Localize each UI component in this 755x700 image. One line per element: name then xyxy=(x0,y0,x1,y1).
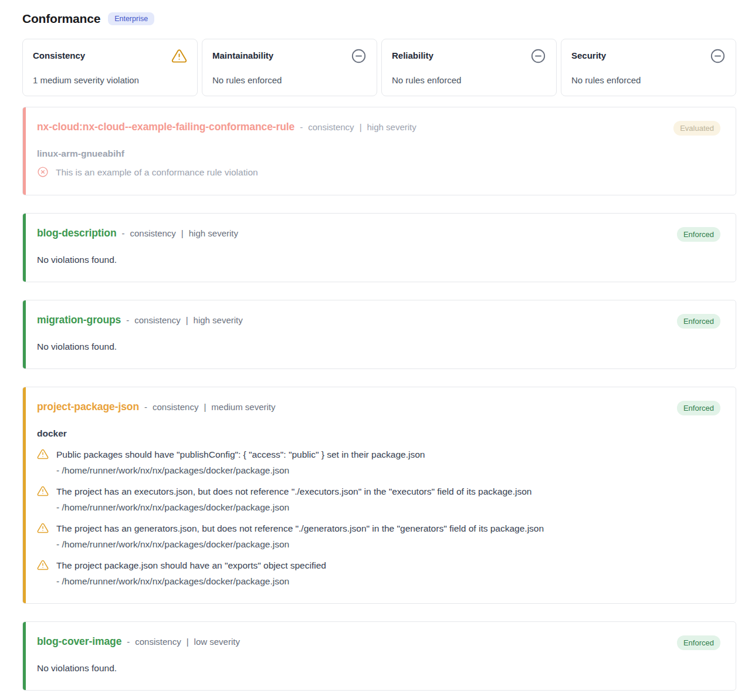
rule-card-blog-cover-image: blog-cover-image - consistency | low sev… xyxy=(22,621,736,691)
meta-dash: - xyxy=(300,122,303,132)
rule-result-text: No violations found. xyxy=(37,341,720,352)
meta-divider: | xyxy=(187,637,189,647)
violation-message-text: The project has an executors.json, but d… xyxy=(56,485,531,498)
rule-name-link[interactable]: project-package-json xyxy=(37,401,139,413)
status-badge: Enforced xyxy=(677,635,720,650)
summary-card-title: Security xyxy=(571,48,606,60)
meta-dash: - xyxy=(144,402,147,412)
meta-divider: | xyxy=(360,122,362,132)
warning-triangle-icon xyxy=(37,522,49,534)
rule-category: consistency xyxy=(308,122,354,132)
conformance-page: Conformance Enterprise Consistency 1 med… xyxy=(0,0,755,700)
summary-card-status: 1 medium severity violation xyxy=(33,75,187,85)
rule-card-project-package-json: project-package-json - consistency | med… xyxy=(22,387,736,604)
page-title: Conformance xyxy=(22,12,100,26)
rule-severity: medium severity xyxy=(211,402,275,412)
summary-card-reliability: Reliability No rules enforced xyxy=(381,39,557,96)
summary-card-title: Consistency xyxy=(33,48,85,60)
summary-card-maintainability: Maintainability No rules enforced xyxy=(202,39,377,96)
page-header: Conformance Enterprise xyxy=(22,12,736,26)
violation-item: The project has an generators.json, but … xyxy=(37,522,720,550)
rule-name-link[interactable]: blog-description xyxy=(37,227,116,239)
rule-result-text: No violations found. xyxy=(37,663,720,674)
rule-category: consistency xyxy=(135,637,181,647)
summary-card-title: Reliability xyxy=(392,48,434,60)
meta-divider: | xyxy=(186,315,188,325)
violation-file-path: - /home/runner/work/nx/nx/packages/docke… xyxy=(56,539,720,550)
status-badge: Enforced xyxy=(677,401,720,415)
violation-file-path: - /home/runner/work/nx/nx/packages/docke… xyxy=(56,465,720,476)
rule-name-link[interactable]: migration-groups xyxy=(37,314,121,326)
summary-card-security: Security No rules enforced xyxy=(561,39,736,96)
rule-card-blog-description: blog-description - consistency | high se… xyxy=(22,213,736,282)
rule-severity: high severity xyxy=(367,122,417,132)
status-badge: Enforced xyxy=(677,314,720,329)
minus-circle-icon xyxy=(710,48,726,64)
meta-dash: - xyxy=(126,315,129,325)
rule-name-link[interactable]: blog-cover-image xyxy=(37,635,121,648)
summary-card-status: No rules enforced xyxy=(571,75,726,85)
rule-name-link[interactable]: nx-cloud:nx-cloud--example-failing-confo… xyxy=(37,121,294,133)
violation-item: Public packages should have "publishConf… xyxy=(37,448,720,476)
rule-severity: high severity xyxy=(189,228,238,238)
violation-row: This is an example of a conformance rule… xyxy=(37,166,720,178)
enterprise-plan-badge: Enterprise xyxy=(108,12,154,25)
summary-card-status: No rules enforced xyxy=(392,75,546,85)
rule-severity: low severity xyxy=(194,637,240,647)
warning-triangle-icon xyxy=(37,448,49,460)
rule-card-migration-groups: migration-groups - consistency | high se… xyxy=(22,300,736,369)
warning-triangle-icon xyxy=(37,559,49,571)
severity-accent-bar xyxy=(23,387,26,603)
severity-accent-bar xyxy=(23,300,26,368)
meta-dash: - xyxy=(127,637,130,647)
violation-file-path: - /home/runner/work/nx/nx/packages/docke… xyxy=(56,576,720,587)
violation-message-text: The project package.json should have an … xyxy=(56,559,326,572)
violation-message-text: Public packages should have "publishConf… xyxy=(56,448,425,461)
rule-card-example-failing: nx-cloud:nx-cloud--example-failing-confo… xyxy=(22,107,736,195)
project-name: docker xyxy=(37,428,720,439)
meta-divider: | xyxy=(204,402,206,412)
meta-dash: - xyxy=(121,228,124,238)
violation-item: The project has an executors.json, but d… xyxy=(37,485,720,513)
severity-accent-bar xyxy=(23,214,26,282)
warning-triangle-icon xyxy=(37,485,49,497)
project-name: linux-arm-gnueabihf xyxy=(37,148,720,159)
minus-circle-icon xyxy=(530,48,546,64)
status-badge: Evaluated xyxy=(673,121,720,136)
summary-card-status: No rules enforced xyxy=(212,75,367,85)
status-badge: Enforced xyxy=(677,227,720,242)
violation-message-text: The project has an generators.json, but … xyxy=(56,522,544,535)
rule-severity: high severity xyxy=(194,315,243,325)
violation-item: The project package.json should have an … xyxy=(37,559,720,587)
minus-circle-icon xyxy=(351,48,367,64)
severity-accent-bar xyxy=(23,107,26,195)
meta-divider: | xyxy=(181,228,184,238)
rule-category: consistency xyxy=(134,315,180,325)
severity-accent-bar xyxy=(23,622,26,690)
x-circle-icon xyxy=(37,166,49,178)
rule-category: consistency xyxy=(130,228,175,238)
summary-card-title: Maintainability xyxy=(212,48,273,60)
rule-result-text: No violations found. xyxy=(37,255,720,265)
rule-category: consistency xyxy=(153,402,198,412)
category-summary-row: Consistency 1 medium severity violation … xyxy=(22,39,736,96)
violation-message: This is an example of a conformance rule… xyxy=(56,166,258,178)
warning-triangle-icon xyxy=(171,48,187,64)
violation-file-path: - /home/runner/work/nx/nx/packages/docke… xyxy=(56,502,720,513)
summary-card-consistency: Consistency 1 medium severity violation xyxy=(22,39,198,96)
